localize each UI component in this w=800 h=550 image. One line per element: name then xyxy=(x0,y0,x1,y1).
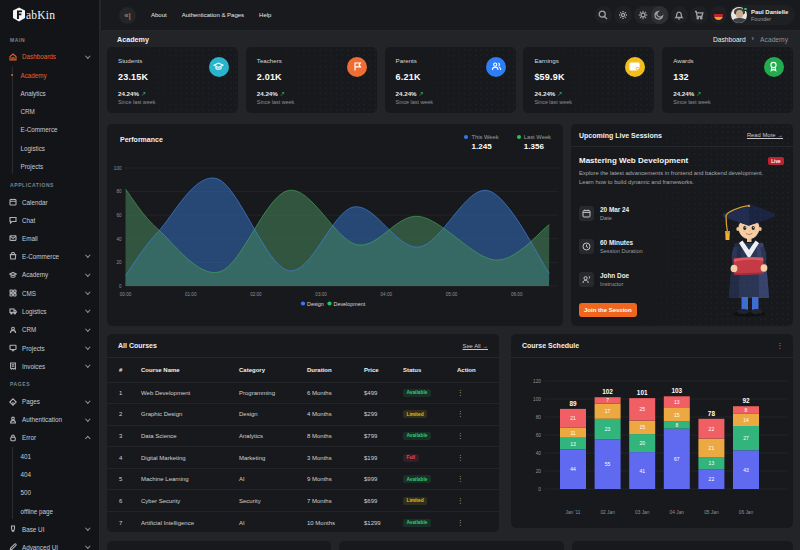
svg-text:14: 14 xyxy=(743,417,749,423)
svg-text:06 Jan: 06 Jan xyxy=(739,510,754,515)
svg-text:67: 67 xyxy=(674,456,680,462)
svg-text:40: 40 xyxy=(116,237,122,242)
svg-text:04:00: 04:00 xyxy=(381,292,393,297)
svg-text:120: 120 xyxy=(533,379,541,384)
svg-text:17: 17 xyxy=(605,408,611,414)
svg-text:8: 8 xyxy=(675,422,678,428)
svg-text:89: 89 xyxy=(569,400,577,407)
svg-text:13: 13 xyxy=(570,441,576,447)
svg-text:22: 22 xyxy=(709,476,715,482)
svg-text:03:00: 03:00 xyxy=(315,292,327,297)
svg-text:05 Jan: 05 Jan xyxy=(704,510,719,515)
svg-text:27: 27 xyxy=(743,435,749,441)
svg-text:55: 55 xyxy=(605,461,611,467)
svg-text:06:00: 06:00 xyxy=(511,292,523,297)
svg-text:60: 60 xyxy=(116,213,122,218)
svg-text:0: 0 xyxy=(538,487,541,492)
svg-text:11: 11 xyxy=(570,430,575,436)
svg-text:05:00: 05:00 xyxy=(446,292,458,297)
svg-text:80: 80 xyxy=(116,189,122,194)
svg-text:102: 102 xyxy=(602,388,613,395)
svg-text:80: 80 xyxy=(536,415,542,420)
svg-text:23: 23 xyxy=(605,426,611,432)
svg-text:20: 20 xyxy=(639,440,645,446)
svg-text:25: 25 xyxy=(639,406,645,412)
svg-text:01:00: 01:00 xyxy=(185,292,197,297)
svg-text:04 Jan: 04 Jan xyxy=(670,510,685,515)
svg-text:21: 21 xyxy=(709,445,715,451)
svg-text:21: 21 xyxy=(570,415,576,421)
svg-text:43: 43 xyxy=(743,467,749,473)
svg-text:22: 22 xyxy=(709,426,715,432)
svg-text:03 Jan: 03 Jan xyxy=(635,510,650,515)
svg-text:20: 20 xyxy=(116,260,122,265)
svg-text:60: 60 xyxy=(536,433,542,438)
svg-text:Development: Development xyxy=(334,301,366,307)
svg-text:02:00: 02:00 xyxy=(250,292,262,297)
svg-text:8: 8 xyxy=(745,407,748,413)
svg-text:103: 103 xyxy=(671,387,682,394)
svg-text:00:00: 00:00 xyxy=(120,292,132,297)
svg-text:02 Jan: 02 Jan xyxy=(600,510,615,515)
svg-text:13: 13 xyxy=(709,460,715,466)
svg-text:13: 13 xyxy=(674,399,680,405)
svg-text:0: 0 xyxy=(119,284,122,289)
svg-text:20: 20 xyxy=(536,469,542,474)
svg-text:40: 40 xyxy=(536,451,542,456)
svg-text:100: 100 xyxy=(114,166,122,171)
svg-text:7: 7 xyxy=(606,397,609,403)
svg-text:78: 78 xyxy=(708,410,716,417)
svg-text:Design: Design xyxy=(307,301,324,307)
svg-text:92: 92 xyxy=(742,397,750,404)
svg-text:Jan '11: Jan '11 xyxy=(566,510,581,515)
svg-text:41: 41 xyxy=(639,468,645,474)
svg-text:44: 44 xyxy=(570,466,576,472)
svg-text:100: 100 xyxy=(533,397,541,402)
svg-text:101: 101 xyxy=(637,389,648,396)
svg-text:15: 15 xyxy=(674,412,680,418)
svg-text:15: 15 xyxy=(639,424,645,430)
